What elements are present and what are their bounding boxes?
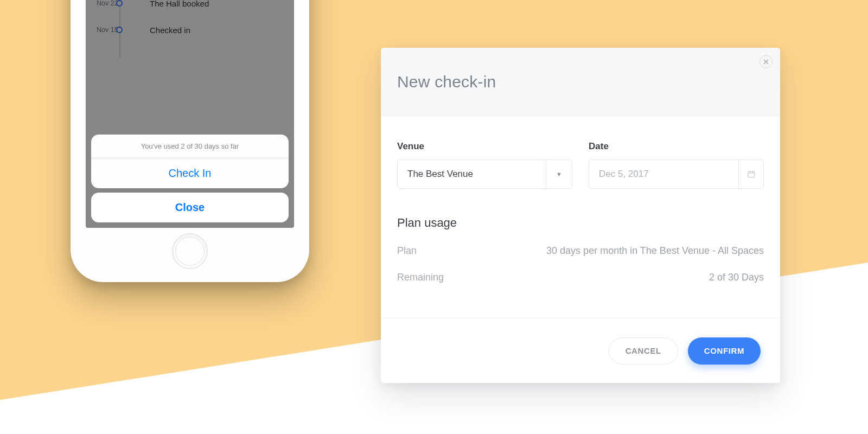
dialog-body: Venue The Best Venue ▼ Date Dec 5, 2017	[381, 116, 780, 318]
action-sheet-card: You've used 2 of 30 days so far Check In	[91, 135, 289, 188]
plan-label: Plan	[397, 245, 417, 257]
svg-rect-0	[748, 171, 755, 177]
confirm-button[interactable]: CONFIRM	[688, 337, 761, 365]
date-label: Date	[589, 141, 764, 152]
plan-usage-heading: Plan usage	[397, 216, 764, 230]
close-button[interactable]: Close	[91, 193, 289, 222]
date-group: Date Dec 5, 2017	[589, 141, 764, 189]
action-sheet: You've used 2 of 30 days so far Check In…	[91, 135, 289, 222]
phone-body: 8:34 am Checked in The Best Venue @ 8:34…	[71, 0, 309, 282]
dialog-header: New check-in	[381, 48, 780, 116]
cancel-button[interactable]: CANCEL	[609, 337, 678, 365]
dialog-footer: CANCEL CONFIRM	[381, 318, 780, 383]
phone-screen: 8:34 am Checked in The Best Venue @ 8:34…	[86, 0, 294, 228]
check-in-button[interactable]: Check In	[91, 158, 289, 188]
plan-value: 30 days per month in The Best Venue - Al…	[546, 245, 764, 257]
dialog-title: New check-in	[397, 73, 496, 91]
phone-mockup: 8:34 am Checked in The Best Venue @ 8:34…	[71, 0, 309, 288]
date-input[interactable]: Dec 5, 2017	[589, 159, 764, 189]
remaining-row: Remaining 2 of 30 Days	[397, 272, 764, 283]
checkin-dialog: New check-in Venue The Best Venue ▼ Date…	[381, 48, 780, 383]
venue-group: Venue The Best Venue ▼	[397, 141, 572, 189]
chevron-down-icon: ▼	[546, 160, 572, 188]
remaining-value: 2 of 30 Days	[709, 272, 764, 283]
remaining-label: Remaining	[397, 272, 444, 283]
usage-summary: You've used 2 of 30 days so far	[91, 135, 289, 158]
venue-label: Venue	[397, 141, 572, 152]
close-icon[interactable]	[760, 55, 773, 68]
venue-select[interactable]: The Best Venue ▼	[397, 159, 572, 189]
plan-row: Plan 30 days per month in The Best Venue…	[397, 245, 764, 257]
home-button[interactable]	[172, 233, 208, 269]
calendar-icon	[738, 160, 763, 188]
date-placeholder: Dec 5, 2017	[599, 169, 649, 180]
venue-value: The Best Venue	[407, 169, 473, 180]
